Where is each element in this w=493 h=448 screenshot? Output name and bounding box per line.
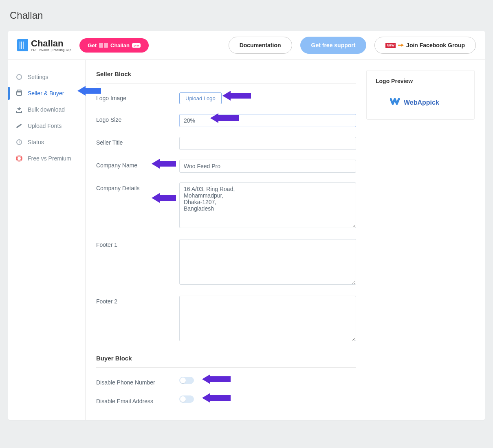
get-pro-button[interactable]: Get Challan pro	[79, 38, 149, 53]
seller-title-label: Seller Title	[96, 137, 174, 146]
download-icon	[15, 106, 23, 113]
pro-badge: pro	[132, 43, 141, 48]
disable-phone-label: Disable Phone Number	[96, 377, 174, 386]
field-footer-1: Footer 1	[96, 234, 356, 291]
sidebar-item-bulk-download[interactable]: Bulk download	[8, 101, 85, 118]
sidebar-item-settings[interactable]: Settings	[8, 69, 85, 85]
fb-label: Join Facebook Group	[406, 42, 465, 48]
company-name-label: Company Name	[96, 160, 174, 169]
field-footer-2: Footer 2	[96, 291, 356, 347]
info-icon	[15, 138, 23, 146]
logo-size-input[interactable]	[179, 114, 356, 127]
seller-title-input[interactable]	[179, 137, 356, 150]
field-logo-image: Logo Image Upload Logo	[96, 88, 356, 109]
main-panel: Seller Block Logo Image Upload Logo Logo…	[96, 70, 356, 409]
facebook-group-button[interactable]: NEW Join Facebook Group	[374, 37, 476, 54]
seller-section-title: Seller Block	[96, 70, 356, 83]
page-title: Challan	[0, 0, 493, 31]
topbar: Challan PDF Invoice | Packing Slip Get C…	[8, 31, 485, 60]
logo-size-label: Logo Size	[96, 114, 174, 123]
sidebar-item-label: Status	[28, 139, 44, 145]
footer2-label: Footer 2	[96, 296, 174, 305]
buyer-section-title: Buyer Block	[96, 355, 356, 368]
disable-email-label: Disable Email Address	[96, 395, 174, 404]
logo-preview-image: WebAppick	[376, 96, 465, 109]
sidebar-item-label: Bulk download	[28, 106, 65, 113]
logo-image-label: Logo Image	[96, 92, 174, 101]
logo-preview-title: Logo Preview	[376, 78, 465, 84]
sidebar-item-status[interactable]: Status	[8, 134, 85, 150]
brand-subtitle: PDF Invoice | Packing Slip	[31, 48, 71, 52]
lifebuoy-icon	[15, 155, 23, 162]
brand-logo: Challan PDF Invoice | Packing Slip	[17, 39, 71, 52]
sidebar-item-label: Seller & Buyer	[28, 90, 64, 97]
sidebar-item-seller-buyer[interactable]: Seller & Buyer	[8, 85, 85, 101]
svg-text:WebAppick: WebAppick	[404, 99, 439, 106]
footer1-input[interactable]	[179, 239, 356, 285]
company-details-input[interactable]	[179, 182, 356, 228]
field-disable-phone: Disable Phone Number	[96, 372, 356, 391]
sidebar-item-label: Settings	[28, 74, 48, 80]
footer1-label: Footer 1	[96, 239, 174, 248]
sidebar-item-label: Free vs Premium	[28, 155, 71, 162]
get-pro-icons	[99, 43, 108, 48]
brand-icon	[17, 39, 28, 51]
arrow-right-icon	[398, 43, 404, 47]
pen-icon	[15, 122, 23, 130]
sidebar-item-free-vs-premium[interactable]: Free vs Premium	[8, 150, 85, 167]
disable-phone-toggle[interactable]	[179, 377, 194, 384]
sidebar: Settings Seller & Buyer Bulk download Up…	[8, 60, 86, 420]
content-area: Seller Block Logo Image Upload Logo Logo…	[86, 60, 485, 420]
company-details-label: Company Details	[96, 182, 174, 191]
logo-preview-card: Logo Preview WebAppick	[367, 70, 474, 119]
field-seller-title: Seller Title	[96, 132, 356, 155]
field-logo-size: Logo Size	[96, 109, 356, 132]
buyer-section: Buyer Block Disable Phone Number Disable…	[96, 355, 356, 409]
field-company-details: Company Details	[96, 178, 356, 234]
body-wrap: Settings Seller & Buyer Bulk download Up…	[8, 60, 485, 420]
app-container: Challan PDF Invoice | Packing Slip Get C…	[8, 31, 485, 420]
sidebar-item-upload-fonts[interactable]: Upload Fonts	[8, 118, 85, 134]
upload-logo-button[interactable]: Upload Logo	[179, 92, 222, 104]
new-badge: NEW	[385, 43, 396, 48]
annotation-arrow	[152, 193, 176, 203]
field-disable-email: Disable Email Address	[96, 391, 356, 409]
footer2-input[interactable]	[179, 296, 356, 341]
get-pro-prefix: Get	[88, 42, 97, 48]
disable-email-toggle[interactable]	[179, 395, 194, 403]
get-pro-name: Challan	[110, 42, 130, 48]
gear-icon	[15, 73, 23, 81]
box-icon	[15, 90, 23, 97]
company-name-input[interactable]	[179, 160, 356, 173]
support-button[interactable]: Get free support	[300, 37, 367, 54]
documentation-button[interactable]: Documentation	[229, 37, 292, 54]
field-company-name: Company Name	[96, 155, 356, 178]
brand-name: Challan	[31, 39, 71, 48]
sidebar-item-label: Upload Fonts	[28, 123, 62, 129]
